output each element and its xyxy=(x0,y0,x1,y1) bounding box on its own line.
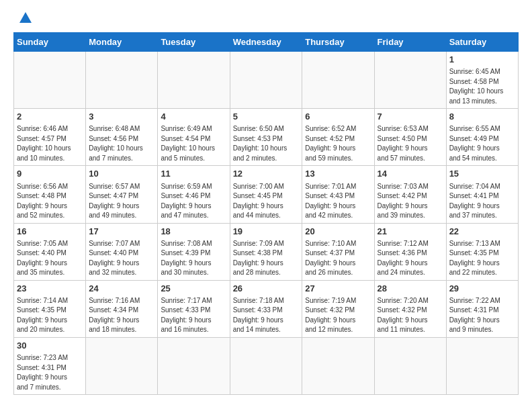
day-info: Sunrise: 7:20 AM Sunset: 4:32 PM Dayligh… xyxy=(378,296,443,335)
calendar-body: 1Sunrise: 6:45 AM Sunset: 4:58 PM Daylig… xyxy=(14,52,519,395)
day-info: Sunrise: 6:59 AM Sunset: 4:46 PM Dayligh… xyxy=(161,182,226,221)
calendar-cell: 7Sunrise: 6:53 AM Sunset: 4:50 PM Daylig… xyxy=(374,109,446,166)
day-number: 30 xyxy=(17,340,83,352)
day-number: 22 xyxy=(449,226,515,238)
calendar-cell: 14Sunrise: 7:03 AM Sunset: 4:42 PM Dayli… xyxy=(374,166,446,223)
calendar-cell: 11Sunrise: 6:59 AM Sunset: 4:46 PM Dayli… xyxy=(158,166,230,223)
day-info: Sunrise: 6:49 AM Sunset: 4:54 PM Dayligh… xyxy=(161,124,226,163)
calendar-cell: 28Sunrise: 7:20 AM Sunset: 4:32 PM Dayli… xyxy=(374,280,446,337)
calendar-cell: 1Sunrise: 6:45 AM Sunset: 4:58 PM Daylig… xyxy=(446,52,518,109)
calendar-cell xyxy=(374,52,446,109)
day-number: 4 xyxy=(161,111,226,123)
day-number: 9 xyxy=(17,168,83,180)
calendar-cell: 5Sunrise: 6:50 AM Sunset: 4:53 PM Daylig… xyxy=(230,109,302,166)
day-number: 2 xyxy=(17,111,83,123)
day-number: 15 xyxy=(449,168,515,180)
calendar-cell: 12Sunrise: 7:00 AM Sunset: 4:45 PM Dayli… xyxy=(230,166,302,223)
day-info: Sunrise: 7:07 AM Sunset: 4:40 PM Dayligh… xyxy=(89,239,154,278)
day-number: 6 xyxy=(305,111,371,123)
calendar-cell xyxy=(14,52,86,109)
day-info: Sunrise: 7:08 AM Sunset: 4:39 PM Dayligh… xyxy=(161,239,226,278)
calendar-cell: 29Sunrise: 7:22 AM Sunset: 4:31 PM Dayli… xyxy=(446,280,518,337)
calendar-header: SundayMondayTuesdayWednesdayThursdayFrid… xyxy=(14,33,519,52)
day-number: 21 xyxy=(378,226,443,238)
day-number: 12 xyxy=(233,168,300,180)
day-number: 29 xyxy=(449,283,515,295)
day-number: 3 xyxy=(89,111,154,123)
day-number: 17 xyxy=(89,226,154,238)
day-info: Sunrise: 7:13 AM Sunset: 4:35 PM Dayligh… xyxy=(449,239,515,278)
weekday-monday: Monday xyxy=(86,33,158,52)
calendar-week-2: 2Sunrise: 6:46 AM Sunset: 4:57 PM Daylig… xyxy=(14,109,519,166)
day-info: Sunrise: 6:56 AM Sunset: 4:48 PM Dayligh… xyxy=(17,182,83,221)
weekday-sunday: Sunday xyxy=(14,33,86,52)
day-info: Sunrise: 7:19 AM Sunset: 4:32 PM Dayligh… xyxy=(305,296,371,335)
calendar-cell: 16Sunrise: 7:05 AM Sunset: 4:40 PM Dayli… xyxy=(14,223,86,280)
calendar-cell: 3Sunrise: 6:48 AM Sunset: 4:56 PM Daylig… xyxy=(86,109,158,166)
day-info: Sunrise: 7:03 AM Sunset: 4:42 PM Dayligh… xyxy=(378,182,443,221)
weekday-saturday: Saturday xyxy=(446,33,518,52)
calendar-cell: 21Sunrise: 7:12 AM Sunset: 4:36 PM Dayli… xyxy=(374,223,446,280)
calendar-cell: 8Sunrise: 6:55 AM Sunset: 4:49 PM Daylig… xyxy=(446,109,518,166)
day-info: Sunrise: 7:22 AM Sunset: 4:31 PM Dayligh… xyxy=(449,296,515,335)
day-number: 13 xyxy=(305,168,371,180)
calendar-cell xyxy=(158,52,230,109)
day-info: Sunrise: 7:05 AM Sunset: 4:40 PM Dayligh… xyxy=(17,239,83,278)
day-number: 14 xyxy=(378,168,443,180)
calendar-cell xyxy=(302,52,374,109)
calendar-cell: 15Sunrise: 7:04 AM Sunset: 4:41 PM Dayli… xyxy=(446,166,518,223)
day-number: 23 xyxy=(17,283,83,295)
calendar-week-1: 1Sunrise: 6:45 AM Sunset: 4:58 PM Daylig… xyxy=(14,52,519,109)
calendar-week-6: 30Sunrise: 7:23 AM Sunset: 4:31 PM Dayli… xyxy=(14,337,519,394)
calendar-cell xyxy=(158,337,230,394)
calendar-cell: 2Sunrise: 6:46 AM Sunset: 4:57 PM Daylig… xyxy=(14,109,86,166)
page: SundayMondayTuesdayWednesdayThursdayFrid… xyxy=(0,0,532,402)
logo xyxy=(13,11,33,26)
calendar-cell xyxy=(302,337,374,394)
calendar-cell: 4Sunrise: 6:49 AM Sunset: 4:54 PM Daylig… xyxy=(158,109,230,166)
calendar-cell: 10Sunrise: 6:57 AM Sunset: 4:47 PM Dayli… xyxy=(86,166,158,223)
day-info: Sunrise: 7:14 AM Sunset: 4:35 PM Dayligh… xyxy=(17,296,83,335)
calendar-cell: 13Sunrise: 7:01 AM Sunset: 4:43 PM Dayli… xyxy=(302,166,374,223)
weekday-header-row: SundayMondayTuesdayWednesdayThursdayFrid… xyxy=(14,33,519,52)
weekday-wednesday: Wednesday xyxy=(230,33,302,52)
day-number: 5 xyxy=(233,111,300,123)
calendar-week-3: 9Sunrise: 6:56 AM Sunset: 4:48 PM Daylig… xyxy=(14,166,519,223)
day-info: Sunrise: 7:01 AM Sunset: 4:43 PM Dayligh… xyxy=(305,182,371,221)
calendar-cell: 20Sunrise: 7:10 AM Sunset: 4:37 PM Dayli… xyxy=(302,223,374,280)
day-info: Sunrise: 7:12 AM Sunset: 4:36 PM Dayligh… xyxy=(378,239,443,278)
calendar-cell: 22Sunrise: 7:13 AM Sunset: 4:35 PM Dayli… xyxy=(446,223,518,280)
day-number: 1 xyxy=(449,54,515,66)
day-number: 16 xyxy=(17,226,83,238)
day-info: Sunrise: 6:45 AM Sunset: 4:58 PM Dayligh… xyxy=(449,67,515,106)
calendar-cell xyxy=(374,337,446,394)
day-info: Sunrise: 6:46 AM Sunset: 4:57 PM Dayligh… xyxy=(17,124,83,163)
weekday-friday: Friday xyxy=(374,33,446,52)
day-number: 26 xyxy=(233,283,300,295)
calendar-cell xyxy=(230,337,302,394)
day-info: Sunrise: 6:50 AM Sunset: 4:53 PM Dayligh… xyxy=(233,124,300,163)
day-info: Sunrise: 7:09 AM Sunset: 4:38 PM Dayligh… xyxy=(233,239,300,278)
day-number: 24 xyxy=(89,283,154,295)
day-info: Sunrise: 7:18 AM Sunset: 4:33 PM Dayligh… xyxy=(233,296,300,335)
header xyxy=(13,11,519,26)
day-number: 7 xyxy=(378,111,443,123)
calendar-cell: 23Sunrise: 7:14 AM Sunset: 4:35 PM Dayli… xyxy=(14,280,86,337)
day-info: Sunrise: 6:57 AM Sunset: 4:47 PM Dayligh… xyxy=(89,182,154,221)
logo-area xyxy=(13,11,33,26)
day-info: Sunrise: 7:23 AM Sunset: 4:31 PM Dayligh… xyxy=(17,353,83,392)
day-number: 8 xyxy=(449,111,515,123)
day-number: 18 xyxy=(161,226,226,238)
calendar-cell: 6Sunrise: 6:52 AM Sunset: 4:52 PM Daylig… xyxy=(302,109,374,166)
logo-icon xyxy=(18,11,33,26)
day-info: Sunrise: 6:52 AM Sunset: 4:52 PM Dayligh… xyxy=(305,124,371,163)
day-number: 19 xyxy=(233,226,300,238)
calendar-cell: 18Sunrise: 7:08 AM Sunset: 4:39 PM Dayli… xyxy=(158,223,230,280)
calendar-cell: 17Sunrise: 7:07 AM Sunset: 4:40 PM Dayli… xyxy=(86,223,158,280)
calendar-cell xyxy=(86,337,158,394)
calendar-week-5: 23Sunrise: 7:14 AM Sunset: 4:35 PM Dayli… xyxy=(14,280,519,337)
calendar-cell: 24Sunrise: 7:16 AM Sunset: 4:34 PM Dayli… xyxy=(86,280,158,337)
weekday-thursday: Thursday xyxy=(302,33,374,52)
calendar-cell: 26Sunrise: 7:18 AM Sunset: 4:33 PM Dayli… xyxy=(230,280,302,337)
day-info: Sunrise: 7:16 AM Sunset: 4:34 PM Dayligh… xyxy=(89,296,154,335)
